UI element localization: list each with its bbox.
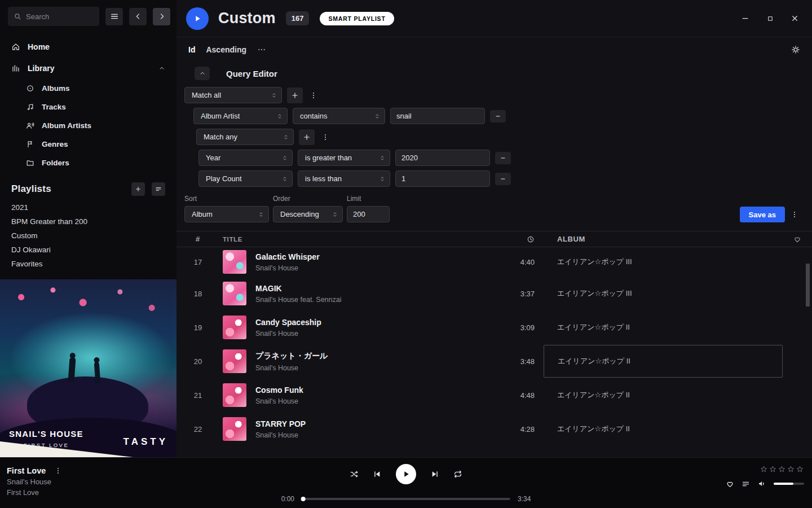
shuffle-button[interactable] (350, 470, 359, 479)
table-row[interactable]: 22 STARRY POP Snail's House 4:28 エイリアン☆ポ… (176, 412, 812, 446)
now-playing-album-art[interactable]: SNAIL'S HOUSE FIRST LOVE TASTY (0, 279, 176, 457)
volume-button[interactable] (757, 479, 766, 488)
subgroup-menu-button[interactable] (320, 129, 331, 145)
star-3[interactable] (778, 465, 786, 474)
star-1[interactable] (760, 465, 768, 474)
track-duration: 4:28 (501, 425, 535, 433)
playlist-item-dj-okawari[interactable]: DJ Okawari (0, 243, 176, 257)
plus-icon (135, 186, 142, 192)
rule-field-select[interactable]: Year (198, 150, 293, 166)
window-maximize-button[interactable] (766, 14, 774, 23)
table-row[interactable]: 21 Cosmo Funk Snail's House 4:48 エイリアン☆ポ… (176, 378, 812, 412)
list-toolbar: Id Ascending (176, 37, 812, 62)
query-editor-header: Query Editor (184, 63, 800, 87)
query-editor-collapse-button[interactable] (195, 67, 210, 80)
sort-order-button[interactable]: Ascending (206, 45, 246, 54)
seek-knob[interactable] (301, 497, 306, 501)
shuffle-icon (350, 470, 359, 479)
search-icon (14, 12, 21, 20)
sort-field-button[interactable]: Id (188, 45, 195, 54)
group-menu-button[interactable] (308, 87, 319, 103)
order-select[interactable]: Descending (273, 206, 343, 222)
playlist-options-button[interactable] (152, 182, 165, 196)
rule-operator-select[interactable]: is less than (298, 170, 390, 187)
sidebar-item-genres[interactable]: Genres (0, 135, 176, 154)
rule-operator-select[interactable]: contains (293, 108, 385, 124)
limit-input[interactable] (347, 206, 390, 222)
track-album[interactable]: エイリアン☆ポップ II (551, 310, 783, 344)
sidebar-item-library[interactable]: Library (0, 58, 176, 79)
play-playlist-button[interactable] (186, 7, 209, 30)
match-mode-select[interactable]: Match all (184, 87, 282, 103)
star-4[interactable] (787, 465, 795, 474)
playlist-item-2021[interactable]: 2021 (0, 200, 176, 214)
table-row[interactable]: 20 プラネット・ガール Snail's House 3:48 エイリアン☆ポッ… (176, 344, 812, 378)
nav-back-button[interactable] (129, 8, 147, 25)
star-5[interactable] (796, 465, 804, 474)
rule-value-input[interactable] (390, 108, 485, 124)
search-box[interactable] (8, 7, 99, 26)
table-row[interactable]: 18 MAGIK Snail's House feat. Sennzai 3:3… (176, 277, 812, 310)
sort-select[interactable]: Album (184, 206, 269, 222)
playlist-item-custom[interactable]: Custom (0, 229, 176, 243)
rule-field-select[interactable]: Play Count (198, 170, 293, 187)
save-as-button[interactable]: Save as (740, 207, 785, 222)
track-title: Candy Spaceship (255, 318, 501, 327)
track-album-focused[interactable]: エイリアン☆ポップ II (544, 345, 783, 378)
save-menu-button[interactable] (789, 207, 800, 222)
remove-rule-button[interactable] (495, 173, 511, 185)
collapse-library-icon[interactable] (158, 65, 165, 72)
next-track-button[interactable] (430, 470, 439, 479)
add-rule-button[interactable] (287, 87, 303, 103)
now-playing-menu-button[interactable] (54, 467, 62, 475)
scrollbar-thumb[interactable] (806, 264, 810, 306)
remove-rule-button[interactable] (495, 152, 511, 164)
star-2[interactable] (769, 465, 777, 474)
track-album[interactable]: エイリアン☆ポップ II (551, 412, 783, 446)
menu-button[interactable] (105, 8, 123, 25)
track-album[interactable]: エイリアン☆ポップ II (551, 378, 783, 412)
search-input[interactable] (26, 12, 94, 21)
column-duration[interactable] (501, 235, 535, 243)
sidebar-item-album-artists[interactable]: Album Artists (0, 116, 176, 135)
add-playlist-button[interactable] (131, 182, 145, 196)
rule-field-select[interactable]: Album Artist (193, 108, 288, 124)
nav-forward-button[interactable] (153, 8, 170, 25)
toolbar-more-button[interactable] (257, 45, 266, 54)
table-row[interactable]: 17 Galactic Whisper Snail's House 4:40 エ… (176, 247, 812, 277)
queue-button[interactable] (742, 480, 750, 488)
column-title[interactable]: TITLE (219, 236, 501, 243)
remove-rule-button[interactable] (490, 110, 506, 122)
column-number[interactable]: # (176, 235, 219, 243)
sidebar-item-folders[interactable]: Folders (0, 154, 176, 172)
playlist-item-favorites[interactable]: Favorites (0, 257, 176, 271)
volume-slider[interactable] (774, 483, 804, 485)
sidebar-item-home[interactable]: Home (0, 36, 176, 58)
sidebar-item-tracks[interactable]: Tracks (0, 98, 176, 116)
window-close-button[interactable] (791, 14, 799, 23)
smart-playlist-badge: SMART PLAYLIST (320, 12, 394, 25)
add-subrule-button[interactable] (299, 129, 315, 145)
page-title: Custom (218, 10, 276, 27)
now-playing-artist[interactable]: Snail's House (7, 478, 62, 486)
favorite-button[interactable] (726, 480, 734, 488)
track-album[interactable]: エイリアン☆ポップ III (551, 277, 783, 310)
column-album[interactable]: ALBUM (551, 235, 783, 243)
sidebar-item-albums[interactable]: Albums (0, 79, 176, 98)
play-pause-button[interactable] (396, 464, 416, 484)
track-album[interactable]: エイリアン☆ポップ III (551, 247, 783, 277)
previous-track-button[interactable] (373, 470, 382, 479)
now-playing-title[interactable]: First Love (7, 466, 46, 475)
playlist-item-bpm[interactable]: BPM Greater than 200 (0, 214, 176, 229)
now-playing-album[interactable]: First Love (7, 488, 62, 497)
window-minimize-button[interactable] (741, 14, 749, 23)
column-favorite[interactable] (783, 235, 812, 243)
settings-button[interactable] (791, 45, 800, 54)
rule-operator-select[interactable]: is greater than (298, 150, 390, 166)
repeat-button[interactable] (453, 470, 462, 479)
table-row[interactable]: 19 Candy Spaceship Snail's House 3:09 エイ… (176, 310, 812, 344)
seek-bar[interactable] (302, 498, 510, 500)
rule-value-input[interactable] (395, 150, 490, 166)
submatch-mode-select[interactable]: Match any (196, 129, 294, 145)
rule-value-input[interactable] (395, 170, 490, 187)
